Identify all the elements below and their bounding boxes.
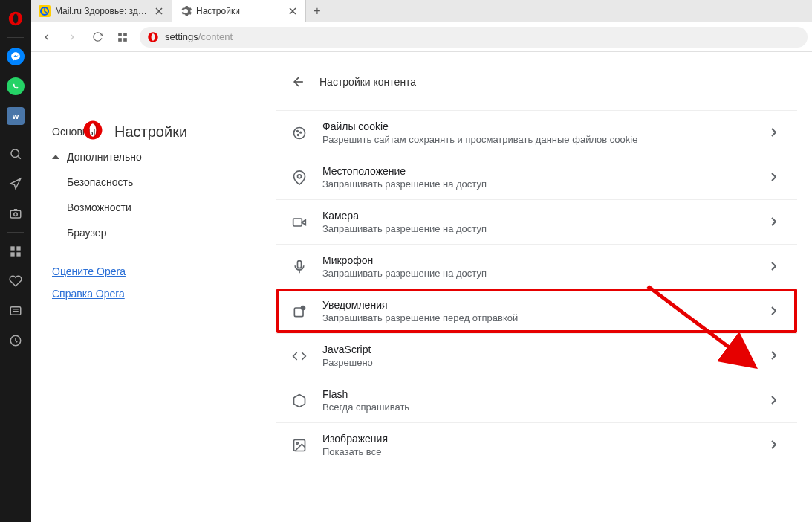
history-icon[interactable] [0,326,31,355]
setting-row-javascript[interactable]: JavaScriptРазрешено [276,333,797,378]
opera-logo-icon [82,119,104,144]
svg-rect-2 [10,210,21,218]
row-title: Местоположение [322,165,756,177]
row-title: Уведомления [322,299,756,311]
news-icon[interactable] [0,297,31,325]
svg-point-0 [11,149,19,158]
app-sidebar: w [0,0,31,522]
content-title: Настройки контента [319,76,416,88]
gear-favicon-icon [180,5,192,17]
row-subtitle: Запрашивать разрешение на доступ [322,223,756,234]
svg-point-21 [300,132,302,133]
nav-advanced-label: Дополнительно [67,151,142,163]
opera-url-icon [147,31,159,43]
row-subtitle: Разрешить сайтам сохранять и просматрива… [322,134,756,145]
row-body: УведомленияЗапрашивать разрешение перед … [322,299,756,323]
row-subtitle: Запрашивать разрешение на доступ [322,178,756,190]
close-icon[interactable] [288,6,298,16]
row-title: Flash [322,388,756,400]
notifications-icon [291,303,308,320]
setting-row-cookies[interactable]: Файлы cookieРазрешить сайтам сохранять и… [276,110,797,155]
svg-rect-4 [10,246,14,250]
svg-point-29 [302,306,305,309]
chevron-right-icon [770,171,776,184]
nav-browser[interactable]: Браузер [67,220,276,245]
tab-mailru[interactable]: Mail.ru Здоровье: здоров [31,0,172,22]
setting-row-camera[interactable]: КамераЗапрашивать разрешение на доступ [276,199,797,244]
address-text: settings/content [165,31,233,42]
svg-point-20 [297,130,299,132]
vk-icon[interactable]: w [0,102,31,130]
nav-security[interactable]: Безопасность [67,170,276,195]
chevron-right-icon [770,394,776,407]
nav-rate-link[interactable]: Оцените Opera [52,260,276,283]
tab-label: Настройки [196,6,283,16]
address-bar[interactable]: settings/content [140,27,808,48]
settings-main: Настройки контента Файлы cookieРазрешить… [276,52,812,522]
content: Настройки Основные Дополнительно Безопас… [31,52,812,522]
row-body: МестоположениеЗапрашивать разрешение на … [322,165,756,190]
snapshot-icon[interactable] [0,199,31,228]
whatsapp-icon[interactable] [0,72,31,100]
setting-row-microphone[interactable]: МикрофонЗапрашивать разрешение на доступ [276,244,797,289]
new-tab-button[interactable]: + [306,0,328,22]
opera-logo-icon[interactable] [0,4,31,33]
svg-rect-24 [293,219,302,226]
row-title: Микрофон [322,254,756,266]
heart-icon[interactable] [0,267,31,295]
messenger-icon[interactable] [0,42,31,71]
microphone-icon [291,259,308,275]
row-title: Файлы cookie [322,120,756,132]
chevron-right-icon [770,216,776,229]
images-icon [291,437,308,454]
flash-icon [291,393,308,409]
setting-row-flash[interactable]: FlashВсегда спрашивать [276,378,797,422]
row-title: Камера [322,210,756,222]
chevron-right-icon [770,126,776,140]
speed-dial-button[interactable] [111,26,134,48]
mailru-favicon-icon [39,5,51,17]
reload-button[interactable] [86,26,108,48]
divider [7,232,24,233]
nav-advanced[interactable]: Дополнительно [52,144,276,170]
settings-header: Настройки [82,119,187,144]
tab-bar: Mail.ru Здоровье: здоров Настройки + [31,0,812,22]
row-body: КамераЗапрашивать разрешение на доступ [322,210,756,234]
svg-rect-15 [123,33,127,36]
svg-point-3 [14,213,18,216]
back-button[interactable] [36,26,58,48]
setting-row-notifications[interactable]: УведомленияЗапрашивать разрешение перед … [276,289,797,333]
nav-help-link[interactable]: Справка Opera [52,283,276,305]
send-icon[interactable] [0,170,31,198]
svg-point-19 [294,127,305,138]
divider [7,37,24,38]
row-subtitle: Всегда спрашивать [322,402,756,413]
setting-row-location[interactable]: МестоположениеЗапрашивать разрешение на … [276,155,797,199]
search-icon[interactable] [0,140,31,168]
close-icon[interactable] [154,6,164,16]
nav-features[interactable]: Возможности [67,195,276,220]
svg-point-22 [298,134,299,135]
row-subtitle: Разрешено [322,357,756,368]
back-arrow-icon[interactable] [291,74,306,89]
toolbar: settings/content [31,22,812,52]
row-body: МикрофонЗапрашивать разрешение на доступ [322,254,756,279]
chevron-right-icon [770,349,776,363]
setting-row-images[interactable]: ИзображенияПоказать все [276,422,797,467]
tab-settings[interactable]: Настройки [172,0,306,22]
svg-rect-5 [16,246,20,250]
row-subtitle: Запрашивать разрешение на доступ [322,268,756,279]
location-icon [291,170,308,186]
svg-rect-17 [123,38,127,42]
svg-rect-26 [298,260,302,268]
row-subtitle: Показать все [322,446,756,457]
divider [7,135,24,135]
javascript-icon [291,348,308,364]
svg-point-31 [296,442,299,444]
speed-dial-icon[interactable] [0,237,31,265]
row-subtitle: Запрашивать разрешение перед отправкой [322,312,756,323]
row-body: FlashВсегда спрашивать [322,388,756,413]
svg-line-1 [18,156,20,158]
forward-button[interactable] [61,26,83,48]
chevron-right-icon [770,305,776,318]
